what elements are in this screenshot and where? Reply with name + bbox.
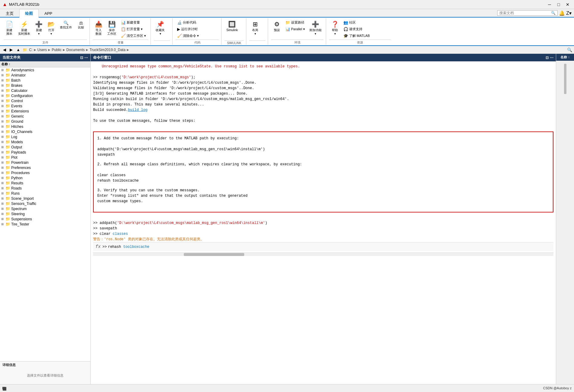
list-item[interactable]: ⊞📁Results	[0, 180, 90, 186]
run-time-button[interactable]: ▶ 运行并计时	[176, 26, 200, 32]
minimize-button[interactable]: ─	[546, 1, 553, 8]
list-item[interactable]: ⊞📁Configuration	[0, 93, 90, 98]
expand-icon[interactable]: ⊞	[1, 186, 5, 190]
expand-icon[interactable]: ⊞	[1, 84, 5, 87]
new-button[interactable]: ➕ 新建▾	[33, 19, 44, 37]
expand-icon[interactable]: ⊞	[1, 99, 5, 102]
simulink-button[interactable]: 🔲 Simulink	[225, 19, 240, 33]
expand-icon[interactable]: ⊞	[1, 145, 5, 149]
list-item[interactable]: ⊞📁Sensors_Traffic	[0, 201, 90, 206]
expand-icon[interactable]: ⊞	[1, 222, 5, 226]
expand-icon[interactable]: ⊞	[1, 207, 5, 210]
list-item[interactable]: ⊞📁Steering	[0, 211, 90, 216]
expand-icon[interactable]: ⊞	[1, 130, 5, 133]
list-item[interactable]: ⊞📁Calculator	[0, 88, 90, 93]
list-item[interactable]: ⊞📁Output	[0, 144, 90, 150]
find-file-button[interactable]: 🔍 查找文件	[58, 19, 74, 31]
path-public[interactable]: Public	[52, 48, 62, 52]
path-c[interactable]: C:	[29, 48, 33, 52]
cmd-menu-icon[interactable]: ⋯	[550, 56, 553, 60]
file-panel-expand-icon[interactable]: ⊡	[80, 56, 83, 60]
list-item[interactable]: ⊞📁Preferences	[0, 165, 90, 170]
expand-icon[interactable]: ⊞	[1, 197, 5, 200]
expand-icon[interactable]: ⊞	[1, 68, 5, 72]
up-button[interactable]: ▲	[15, 47, 21, 52]
forward-button[interactable]: ▶	[8, 47, 14, 52]
list-item[interactable]: ⊞📁Plot	[0, 155, 90, 160]
list-item[interactable]: ⊞📁Events	[0, 103, 90, 109]
tab-plot[interactable]: 绘图	[19, 9, 39, 18]
clear-workspace-button[interactable]: 🧹 清空工作区 ▾	[119, 33, 148, 39]
back-button[interactable]: ◀	[2, 47, 7, 52]
search-input[interactable]	[499, 11, 551, 15]
expand-icon[interactable]: ⊞	[1, 161, 5, 164]
expand-icon[interactable]: ⊞	[1, 109, 5, 113]
expand-icon[interactable]: ⊞	[1, 181, 5, 185]
tab-home[interactable]: 主页	[0, 9, 19, 18]
add-on-button[interactable]: ➕ 附加功能▾	[308, 19, 323, 37]
maximize-button[interactable]: □	[555, 1, 563, 8]
expand-icon[interactable]: ⊞	[1, 120, 5, 123]
help-button[interactable]: ❓ 帮助▾	[329, 19, 341, 37]
parallel-button[interactable]: 📊 Parallel ▾	[284, 26, 306, 32]
path-trucksim[interactable]: TruckSim2019.0_Data	[89, 48, 125, 52]
compare-button[interactable]: ⚖ 比较	[75, 19, 87, 31]
expand-icon[interactable]: ⊞	[1, 217, 5, 221]
expand-icon[interactable]: ⊞	[1, 212, 5, 215]
list-item[interactable]: ⊞📁Generic	[0, 114, 90, 119]
list-item[interactable]: ⊞📁Roads	[0, 186, 90, 191]
list-item[interactable]: ⊞📁Brakes	[0, 83, 90, 88]
expand-icon[interactable]: ⊞	[1, 140, 5, 144]
list-item[interactable]: ⊞📁IO_Channels	[0, 129, 90, 134]
import-data-button[interactable]: 📥 导入数据	[93, 19, 104, 37]
list-item[interactable]: ⊞📁Extensions	[0, 109, 90, 114]
set-path-button[interactable]: 📁 设置路径	[284, 19, 306, 26]
save-workspace-button[interactable]: 💾 保存工作区	[105, 19, 118, 37]
expand-icon[interactable]: ⊞	[1, 202, 5, 205]
addr-search-icon[interactable]: 🔍	[567, 47, 572, 52]
list-item[interactable]: ⊞📁Batch	[0, 78, 90, 83]
list-item[interactable]: ⊞📁Runs	[0, 191, 90, 196]
list-item[interactable]: ⊞📁Models	[0, 139, 90, 144]
list-item[interactable]: ⊞📁Procedures	[0, 170, 90, 175]
list-item[interactable]: ⊞📁Suspensions	[0, 216, 90, 222]
expand-icon[interactable]: ⊞	[1, 89, 5, 92]
expand-icon[interactable]: ⊞	[1, 94, 5, 97]
list-item[interactable]: ⊞📁Powertrain	[0, 160, 90, 165]
path-users[interactable]: Users	[37, 48, 47, 52]
expand-icon[interactable]: ⊞	[1, 151, 5, 154]
file-panel-menu-icon[interactable]: ⋯	[84, 56, 88, 60]
path-documents[interactable]: Documents	[66, 48, 85, 52]
file-list[interactable]: ⊞📁Aerodynamics ⊞📁Animator ⊞📁Batch ⊞📁Brak…	[0, 67, 90, 361]
expand-icon[interactable]: ⊞	[1, 79, 5, 82]
list-item[interactable]: ⊞📁Payloads	[0, 150, 90, 155]
notification-icon[interactable]: 🔔	[559, 10, 565, 16]
collect-button[interactable]: 📌 收藏夹▾	[154, 19, 167, 37]
expand-icon[interactable]: ⊞	[1, 166, 5, 169]
cmd-body[interactable]: Unrecognized message type common_msgs/Ve…	[91, 61, 556, 384]
expand-icon[interactable]: ⊞	[1, 156, 5, 159]
horizontal-scrollbar[interactable]	[93, 252, 553, 256]
expand-icon[interactable]: ⊞	[1, 171, 5, 174]
tab-app[interactable]: APP	[39, 9, 58, 18]
user-icon[interactable]: Z▾	[566, 10, 572, 16]
expand-icon[interactable]: ⊞	[1, 73, 5, 77]
new-script-button[interactable]: 📄 新建脚本	[4, 19, 15, 37]
list-item[interactable]: ⊞📁Scene_Import	[0, 196, 90, 201]
clear-cmd-button[interactable]: 🧹 清除命令 ▾	[176, 33, 200, 39]
expand-icon[interactable]: ⊞	[1, 192, 5, 195]
expand-icon[interactable]: ⊞	[1, 115, 5, 118]
close-button[interactable]: ✕	[564, 1, 572, 8]
cmd-expand-icon[interactable]: ⊡	[546, 56, 549, 60]
vertical-scrollbar-right[interactable]	[564, 64, 566, 94]
list-item[interactable]: ⊞📁Spectrum	[0, 206, 90, 211]
analyze-code-button[interactable]: 🔬 分析代码	[176, 19, 200, 26]
list-item[interactable]: ⊞📁Hitches	[0, 124, 90, 129]
prefs-button[interactable]: ⚙ 预设	[271, 19, 283, 33]
open-variable-button[interactable]: 📋 打开变量 ▾	[119, 26, 148, 32]
list-item[interactable]: ⊞📁Ground	[0, 119, 90, 124]
layout-button[interactable]: ⊞ 布局▾	[249, 19, 261, 37]
list-item[interactable]: ⊞📁Tire_Tester	[0, 222, 90, 227]
request-support-button[interactable]: 🎧 请求支持	[342, 26, 371, 32]
list-item[interactable]: ⊞📁Control	[0, 98, 90, 103]
